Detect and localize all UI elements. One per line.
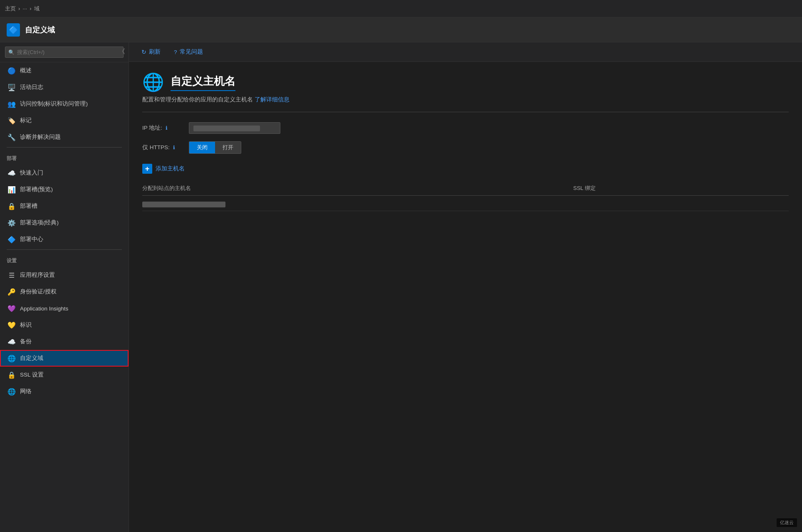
app-settings-icon: ☰: [7, 271, 16, 279]
sidebar-item-label: 部署槽: [20, 202, 37, 210]
app-insights-icon: 💜: [7, 304, 16, 313]
refresh-button[interactable]: ↻ 刷新: [139, 47, 163, 57]
deploy-slot-preview-icon: 📊: [7, 185, 16, 194]
tags-icon: 🏷️: [7, 116, 16, 125]
sidebar-item-diagnose[interactable]: 🔧 诊断并解决问题: [0, 129, 129, 145]
sidebar-item-label: 标记: [20, 117, 32, 124]
breadcrumb-mid[interactable]: ···: [22, 5, 27, 12]
content-toolbar: ↻ 刷新 ? 常见问题: [129, 42, 802, 62]
breadcrumb-current: 域: [34, 5, 40, 12]
ssl-settings-icon: 🔒: [7, 371, 16, 379]
subheader-title: 自定义域: [25, 25, 55, 35]
sidebar-item-quickstart[interactable]: ☁️ 快速入门: [0, 165, 129, 181]
sidebar-item-deploy-center[interactable]: 🔷 部署中心: [0, 231, 129, 248]
sidebar-item-auth[interactable]: 🔑 身份验证/授权: [0, 283, 129, 300]
content-body: 🌐 自定义主机名 配置和管理分配给你的应用的自定义主机名 了解详细信息 IP 地…: [129, 62, 802, 223]
table-header: 分配到站点的主机名 SSL 绑定: [142, 185, 789, 196]
overview-icon: 🔵: [7, 66, 16, 75]
topbar: 主页 › ··· › 域: [0, 0, 802, 17]
sidebar-item-label: 应用程序设置: [20, 271, 55, 279]
sidebar-section-general: 🔵 概述 🖥️ 活动日志 👥 访问控制(标识和访问管理) 🏷️ 标记 🔧 诊断并…: [0, 62, 129, 145]
sidebar-item-deploy-options-classic[interactable]: ⚙️ 部署选项(经典): [0, 214, 129, 231]
sidebar-item-label: 概述: [20, 67, 32, 74]
sidebar-item-label: 身份验证/授权: [20, 288, 57, 296]
ip-blurred-value: [193, 126, 260, 131]
diagnose-icon: 🔧: [7, 133, 16, 141]
sidebar-item-network[interactable]: 🌐 网络: [0, 383, 129, 400]
sidebar-item-label: 标识: [20, 321, 32, 329]
refresh-label: 刷新: [149, 48, 161, 56]
hostname-blurred: [142, 202, 225, 207]
faq-button[interactable]: ? 常见问题: [171, 47, 205, 57]
breadcrumb-sep2: ›: [30, 5, 31, 12]
https-toggle-group: 关闭 打开: [189, 141, 241, 154]
https-off-button[interactable]: 关闭: [189, 142, 215, 153]
page-description: 配置和管理分配给你的应用的自定义主机名 了解详细信息: [142, 96, 789, 103]
main-layout: 🔍 《 🔵 概述 🖥️ 活动日志 👥 访问控制(标识和访问管理) 🏷️ 标记: [0, 42, 802, 532]
ip-info-icon[interactable]: ℹ: [166, 125, 168, 131]
sidebar-item-access-control[interactable]: 👥 访问控制(标识和访问管理): [0, 96, 129, 112]
sidebar-section-settings: 设置 ☰ 应用程序设置 🔑 身份验证/授权 💜 Application Insi…: [0, 251, 129, 400]
sidebar-item-app-settings[interactable]: ☰ 应用程序设置: [0, 267, 129, 283]
auth-icon: 🔑: [7, 288, 16, 296]
sidebar-search-container: 🔍 《: [0, 42, 129, 62]
sidebar-item-identity[interactable]: 💛 标识: [0, 317, 129, 333]
page-title: 自定义主机名: [171, 74, 235, 91]
sidebar-section-label-settings: 设置: [0, 251, 129, 267]
sidebar-item-label: 网络: [20, 388, 32, 395]
deploy-slot-icon: 🔒: [7, 202, 16, 210]
custom-domain-icon: 🌐: [7, 354, 16, 362]
activity-log-icon: 🖥️: [7, 83, 16, 91]
sidebar-item-label: 部署选项(经典): [20, 219, 59, 227]
https-info-icon[interactable]: ℹ: [173, 145, 175, 150]
page-header: 🌐 自定义主机名: [142, 74, 789, 91]
breadcrumb-sep1: ›: [18, 5, 20, 12]
deploy-center-icon: 🔷: [7, 235, 16, 244]
access-control-icon: 👥: [7, 100, 16, 108]
sidebar-item-label: 诊断并解决问题: [20, 133, 61, 141]
add-hostname-plus-icon: +: [142, 164, 152, 174]
sidebar-item-ssl-settings[interactable]: 🔒 SSL 设置: [0, 367, 129, 383]
learn-more-link[interactable]: 了解详细信息: [255, 96, 290, 103]
sidebar-item-custom-domain[interactable]: 🌐 自定义域: [0, 350, 129, 367]
content-area: ↻ 刷新 ? 常见问题 🌐 自定义主机名 配置和管理分配给你的应用的自定义主机名…: [129, 42, 802, 532]
add-hostname-label: 添加主机名: [156, 165, 185, 172]
search-input[interactable]: [5, 47, 124, 58]
network-icon: 🌐: [7, 387, 16, 396]
search-icon: 🔍: [8, 49, 15, 55]
sidebar-item-tags[interactable]: 🏷️ 标记: [0, 112, 129, 129]
sidebar-item-label: 部署槽(预览): [20, 186, 53, 193]
sidebar-item-deploy-slot[interactable]: 🔒 部署槽: [0, 198, 129, 214]
https-label: 仅 HTTPS: ℹ: [142, 144, 184, 151]
watermark: 亿迷云: [777, 518, 797, 527]
sidebar-item-label: Application Insights: [20, 305, 68, 312]
sidebar-item-label: 备份: [20, 338, 32, 345]
breadcrumb-home[interactable]: 主页: [5, 5, 16, 12]
sidebar-item-activity-log[interactable]: 🖥️ 活动日志: [0, 79, 129, 96]
sidebar-item-deploy-slot-preview[interactable]: 📊 部署槽(预览): [0, 181, 129, 198]
sidebar-item-label: 快速入门: [20, 169, 43, 177]
form-divider: [142, 112, 789, 112]
sidebar-collapse-button[interactable]: 《: [119, 47, 125, 56]
sidebar-item-app-insights[interactable]: 💜 Application Insights: [0, 300, 129, 317]
sidebar-item-label: 活动日志: [20, 84, 43, 91]
hostname-cell: [142, 201, 573, 207]
faq-icon: ?: [174, 49, 177, 55]
add-hostname-button[interactable]: + 添加主机名: [142, 161, 185, 176]
sidebar-item-backup[interactable]: ☁️ 备份: [0, 333, 129, 350]
subheader: 🔷 自定义域: [0, 17, 802, 42]
subheader-icon-glyph: 🔷: [9, 25, 18, 34]
ip-label: IP 地址: ℹ: [142, 124, 184, 132]
sidebar-divider-1: [7, 147, 122, 148]
subheader-icon: 🔷: [7, 23, 20, 37]
ip-value-display: [189, 122, 280, 134]
sidebar: 🔍 《 🔵 概述 🖥️ 活动日志 👥 访问控制(标识和访问管理) 🏷️ 标记: [0, 42, 129, 532]
sidebar-section-label-deploy: 部署: [0, 149, 129, 165]
quickstart-icon: ☁️: [7, 169, 16, 177]
sidebar-divider-2: [7, 249, 122, 250]
https-on-button[interactable]: 打开: [215, 142, 241, 153]
ip-address-row: IP 地址: ℹ: [142, 122, 789, 134]
deploy-options-classic-icon: ⚙️: [7, 219, 16, 227]
sidebar-item-overview[interactable]: 🔵 概述: [0, 62, 129, 79]
sidebar-item-label: 访问控制(标识和访问管理): [20, 100, 88, 108]
